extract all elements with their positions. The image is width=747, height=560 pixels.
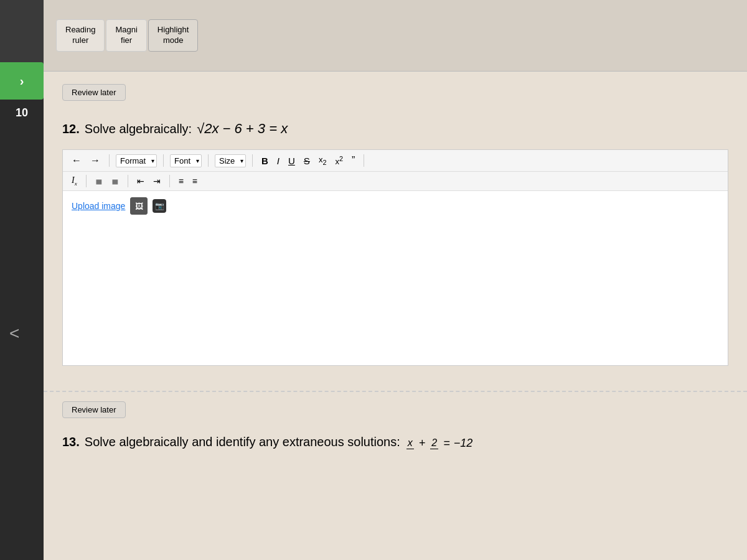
camera-icon[interactable]: 📷 — [153, 199, 166, 213]
toolbar-separator-8 — [169, 175, 170, 187]
format-select[interactable]: Format — [116, 154, 157, 167]
font-select-wrapper: Font — [170, 154, 202, 167]
ordered-list-button[interactable]: ≣ — [93, 175, 105, 187]
toolbar-separator-1 — [109, 154, 110, 167]
format-select-wrapper: Format — [116, 154, 157, 167]
fraction-2-num: 2 — [430, 437, 438, 449]
fraction-2: 2 — [430, 437, 438, 449]
question-13-row: 13. Solve algebraically and identify any… — [62, 435, 728, 450]
chevron-right-icon: › — [20, 74, 24, 88]
editor-container: ← → Format Font — [62, 149, 728, 366]
align-right-button[interactable]: ≡ — [190, 175, 200, 187]
undo-button[interactable]: ← — [69, 154, 84, 167]
green-tab[interactable]: › — [0, 62, 44, 100]
camera-icon-symbol: 📷 — [155, 202, 164, 210]
size-select-wrapper: Size — [215, 154, 246, 167]
highlight-mode-button[interactable]: Highlightmode — [148, 19, 199, 52]
bold-button[interactable]: B — [259, 154, 271, 167]
unordered-list-button[interactable]: ≣ — [109, 175, 121, 187]
clear-italic-button[interactable]: Ix — [69, 174, 80, 188]
question-12-text: Solve algebraically: — [85, 122, 192, 136]
underline-button[interactable]: U — [286, 154, 298, 167]
strikethrough-button[interactable]: S — [301, 154, 312, 167]
plus-sign: + — [419, 437, 426, 450]
font-select[interactable]: Font — [170, 154, 202, 167]
quote-button[interactable]: ” — [349, 154, 357, 167]
toolbar-separator-4 — [252, 154, 253, 167]
toolbar-row: Readingruler Magnifier Highlightmode — [56, 0, 198, 71]
reading-ruler-button[interactable]: Readingruler — [56, 19, 105, 52]
chevron-left-icon[interactable]: < — [9, 324, 19, 343]
editor-body[interactable]: Upload image 🖼 📷 — [63, 191, 728, 365]
upload-image-button[interactable]: Upload image — [72, 201, 125, 211]
editor-toolbar-row2: Ix ≣ ≣ ⇤ ⇥ ≡ ≡ — [63, 172, 728, 191]
subscript-button[interactable]: x2 — [316, 154, 329, 167]
question-12-row: 12. Solve algebraically: √2x − 6 + 3 = x — [62, 121, 728, 137]
question-12-number: 12. — [62, 122, 80, 136]
editor-input-area[interactable] — [72, 220, 719, 359]
indent-decrease-button[interactable]: ⇤ — [134, 175, 147, 187]
upload-screen-icon[interactable]: 🖼 — [130, 197, 148, 215]
toolbar-separator-2 — [163, 154, 164, 167]
question-13-math: x + 2 = −12 — [405, 437, 472, 450]
indent-increase-button[interactable]: ⇥ — [151, 175, 163, 187]
question-13-text: Solve algebraically and identify any ext… — [85, 435, 400, 449]
bottom-section: Review later 13. Solve algebraically and… — [44, 391, 747, 459]
toolbar-separator-3 — [208, 154, 209, 167]
toolbar-separator-7 — [128, 175, 128, 187]
content-area: Review later 12. Solve algebraically: √2… — [44, 72, 747, 391]
question-12-math: √2x − 6 + 3 = x — [197, 121, 288, 137]
size-select[interactable]: Size — [215, 154, 246, 167]
editor-toolbar-row1: ← → Format Font — [63, 150, 728, 172]
magnifier-button[interactable]: Magnifier — [106, 19, 146, 52]
top-toolbar: Readingruler Magnifier Highlightmode — [44, 0, 747, 72]
fraction-1-num: x — [406, 437, 414, 449]
side-number-10: 10 — [0, 106, 44, 119]
italic-button[interactable]: I — [275, 154, 282, 167]
redo-button[interactable]: → — [88, 154, 103, 167]
review-later-button-12[interactable]: Review later — [62, 84, 126, 101]
toolbar-separator-5 — [364, 154, 364, 167]
screen-icon: 🖼 — [135, 202, 143, 211]
toolbar-separator-6 — [86, 175, 87, 187]
result-value: −12 — [454, 437, 473, 450]
question-13-number: 13. — [62, 435, 80, 449]
review-later-button-13[interactable]: Review later — [62, 401, 126, 418]
align-left-button[interactable]: ≡ — [176, 175, 186, 187]
upload-image-label: Upload image — [72, 201, 125, 211]
main-content: Readingruler Magnifier Highlightmode Rev… — [44, 0, 747, 560]
superscript-button[interactable]: x2 — [332, 154, 345, 167]
equals-sign: = — [443, 437, 450, 450]
fraction-1: x — [406, 437, 414, 449]
